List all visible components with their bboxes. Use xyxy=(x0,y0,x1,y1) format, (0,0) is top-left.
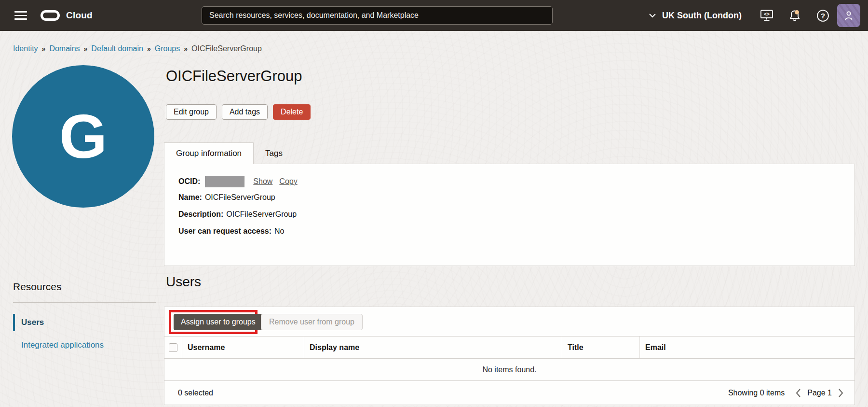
add-tags-button[interactable]: Add tags xyxy=(222,104,268,120)
column-header-email[interactable]: Email xyxy=(640,337,854,358)
description-label: Description: xyxy=(178,210,223,219)
ocid-show-link[interactable]: Show xyxy=(253,177,272,186)
ocid-redacted-value xyxy=(205,176,244,187)
notifications-bell-icon[interactable] xyxy=(784,0,805,31)
action-button-row: Edit group Add tags Delete xyxy=(166,104,311,120)
svg-text:<>: <> xyxy=(764,12,770,17)
column-header-username[interactable]: Username xyxy=(182,337,304,358)
tab-bar: Group information Tags xyxy=(164,142,294,164)
name-label: Name: xyxy=(178,193,202,202)
name-value: OICFileServerGroup xyxy=(205,193,275,202)
edit-group-button[interactable]: Edit group xyxy=(166,104,217,120)
delete-button[interactable]: Delete xyxy=(273,104,311,120)
ocid-label: OCID: xyxy=(178,177,200,186)
region-label: UK South (London) xyxy=(662,11,742,21)
column-header-display-name[interactable]: Display name xyxy=(304,337,562,358)
breadcrumb-separator: » xyxy=(84,45,88,53)
breadcrumb-domains[interactable]: Domains xyxy=(49,44,80,53)
assign-user-to-groups-button[interactable]: Assign user to groups xyxy=(174,314,263,330)
profile-avatar[interactable] xyxy=(837,4,860,27)
resources-heading: Resources xyxy=(13,281,61,293)
chevron-down-icon xyxy=(649,13,656,18)
users-section-heading: Users xyxy=(166,274,201,290)
svg-text:?: ? xyxy=(820,12,825,20)
cloud-shell-icon[interactable]: <> xyxy=(756,0,777,31)
description-row: Description: OICFileServerGroup xyxy=(178,210,297,219)
users-table-panel: Assign user to groups Remove user from g… xyxy=(164,307,855,405)
breadcrumb-current: OICFileServerGroup xyxy=(191,44,262,53)
tab-tags[interactable]: Tags xyxy=(254,142,294,164)
ocid-row: OCID: Show Copy xyxy=(178,176,298,187)
page-indicator: Page 1 xyxy=(807,389,832,397)
description-value: OICFileServerGroup xyxy=(226,210,297,219)
person-icon xyxy=(843,10,854,21)
search-input[interactable] xyxy=(202,6,553,25)
brand-label: Cloud xyxy=(66,10,93,21)
hamburger-menu-icon[interactable] xyxy=(14,11,27,20)
breadcrumb: Identity » Domains » Default domain » Gr… xyxy=(13,44,262,53)
region-selector[interactable]: UK South (London) xyxy=(649,0,742,31)
breadcrumb-identity[interactable]: Identity xyxy=(13,44,38,53)
breadcrumb-separator: » xyxy=(147,45,151,53)
group-avatar-letter: G xyxy=(59,106,108,168)
next-page-icon[interactable] xyxy=(838,388,844,398)
sidebar-item-users[interactable]: Users xyxy=(13,314,156,331)
remove-user-from-group-button: Remove user from group xyxy=(261,314,363,330)
users-table-header: Username Display name Title Email xyxy=(164,336,854,359)
pagination: Page 1 xyxy=(795,388,844,398)
breadcrumb-separator: » xyxy=(42,45,46,53)
request-access-row: User can request access: No xyxy=(178,227,284,236)
request-access-label: User can request access: xyxy=(178,227,271,236)
breadcrumb-groups[interactable]: Groups xyxy=(155,44,180,53)
breadcrumb-separator: » xyxy=(184,45,188,53)
help-icon[interactable]: ? xyxy=(812,0,833,31)
resources-divider xyxy=(13,302,156,303)
oracle-logo-icon[interactable] xyxy=(41,10,60,21)
name-row: Name: OICFileServerGroup xyxy=(178,193,275,202)
showing-count: Showing 0 items xyxy=(728,389,785,397)
group-avatar: G xyxy=(12,65,154,208)
request-access-value: No xyxy=(274,227,284,236)
global-search xyxy=(202,6,553,25)
ocid-copy-link[interactable]: Copy xyxy=(279,177,297,186)
top-header: Cloud UK South (London) <> ? xyxy=(0,0,868,31)
previous-page-icon[interactable] xyxy=(795,388,801,398)
tab-group-information[interactable]: Group information xyxy=(164,142,254,164)
select-all-cell xyxy=(164,337,182,358)
breadcrumb-default-domain[interactable]: Default domain xyxy=(91,44,143,53)
select-all-checkbox[interactable] xyxy=(169,343,177,352)
column-header-title[interactable]: Title xyxy=(562,337,640,358)
page-title: OICFileServerGroup xyxy=(166,68,302,85)
group-information-panel: OCID: Show Copy Name: OICFileServerGroup… xyxy=(164,164,855,266)
selected-count: 0 selected xyxy=(178,389,213,397)
sidebar-item-integrated-applications[interactable]: Integrated applications xyxy=(21,340,104,350)
users-table-footer: 0 selected Showing 0 items Page 1 xyxy=(164,381,854,405)
empty-state-row: No items found. xyxy=(164,359,854,381)
